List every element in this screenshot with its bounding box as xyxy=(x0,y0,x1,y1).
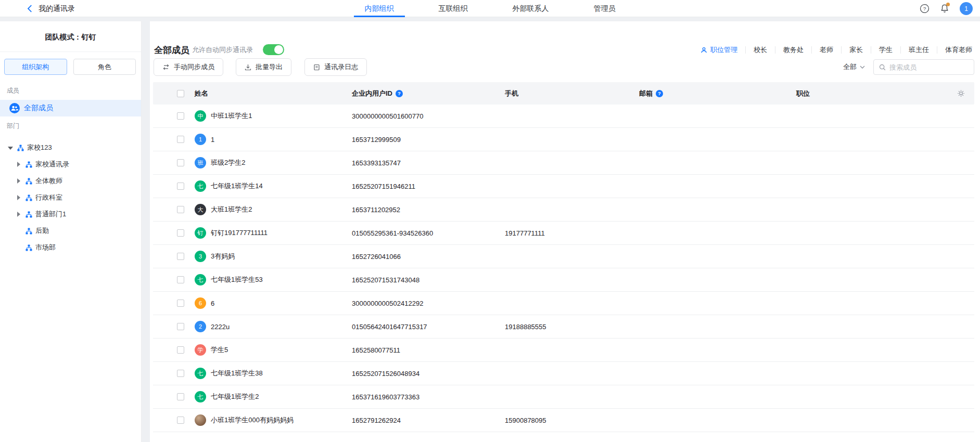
table-row[interactable]: 2 2222u 01505642401647715317 19188885555 xyxy=(153,315,974,339)
table-row[interactable]: 大 大班1班学生2 1653711202952 xyxy=(153,198,974,222)
tree-expand-arrow-icon[interactable] xyxy=(16,178,21,184)
notification-bell-icon[interactable] xyxy=(940,4,949,14)
row-checkbox[interactable] xyxy=(177,112,184,120)
top-tab[interactable]: 外部联系人 xyxy=(512,0,550,17)
department-label: 普通部门1 xyxy=(35,210,66,219)
member-avatar: 学 xyxy=(195,344,206,356)
row-checkbox[interactable] xyxy=(177,159,184,166)
table-row[interactable]: 中 中班1班学生1 3000000000501600770 xyxy=(153,105,974,128)
all-members-label: 全部成员 xyxy=(24,103,53,113)
table-row[interactable]: 班 班级2学生2 1653393135747 xyxy=(153,151,974,175)
member-avatar: 班 xyxy=(195,157,206,168)
position-tag[interactable]: 老师 xyxy=(811,46,841,54)
tree-expand-arrow-icon[interactable] xyxy=(16,195,21,200)
org-structure-button[interactable]: 组织架构 xyxy=(4,59,67,75)
table-row[interactable]: 七 七年级1班学生2 165371619603773363 xyxy=(153,385,974,409)
contact-log-button[interactable]: 通讯录日志 xyxy=(304,58,367,76)
row-checkbox[interactable] xyxy=(177,300,184,307)
row-checkbox[interactable] xyxy=(177,346,184,354)
member-phone: 19177771111 xyxy=(505,222,545,244)
tab-label: 管理员 xyxy=(594,4,616,14)
tree-expand-arrow-icon[interactable] xyxy=(16,245,21,250)
department-icon xyxy=(26,244,32,251)
member-avatar: 2 xyxy=(195,321,206,332)
position-tag[interactable]: 体育老师 xyxy=(937,46,980,54)
row-checkbox[interactable] xyxy=(177,417,184,424)
roles-button[interactable]: 角色 xyxy=(73,59,136,75)
position-tag[interactable]: 班主任 xyxy=(900,46,937,54)
member-name: 七年级1班学生53 xyxy=(211,275,263,284)
row-checkbox[interactable] xyxy=(177,183,184,190)
department-tree-item[interactable]: 家校通讯录 xyxy=(0,156,141,173)
top-tab[interactable]: 互联组织 xyxy=(438,0,469,17)
top-bar: 我的通讯录 内部组织互联组织外部联系人管理员 ? 1 xyxy=(0,0,980,17)
member-phone: 19188885555 xyxy=(505,315,546,338)
section-title: 全部成员 xyxy=(154,44,189,56)
column-phone: 手机 xyxy=(505,82,518,105)
position-tag-label: 体育老师 xyxy=(945,46,972,54)
member-avatar: 大 xyxy=(195,204,206,215)
column-settings-gear-icon[interactable] xyxy=(957,82,965,105)
table-row[interactable]: 学 学生5 1652580077511 xyxy=(153,339,974,362)
department-tree-item[interactable]: 家校123 xyxy=(0,139,141,156)
search-input[interactable] xyxy=(889,63,968,71)
row-checkbox[interactable] xyxy=(177,323,184,330)
member-phone: 15900878095 xyxy=(505,409,546,432)
position-tag[interactable]: 学生 xyxy=(871,46,900,54)
row-checkbox[interactable] xyxy=(177,393,184,400)
table-row[interactable]: 3 3有妈妈 1652726041066 xyxy=(153,245,974,268)
position-manage-label: 职位管理 xyxy=(710,45,737,55)
tree-expand-arrow-icon[interactable] xyxy=(16,212,21,217)
row-checkbox[interactable] xyxy=(177,136,184,143)
member-name: 钉钉191777711111 xyxy=(211,228,268,238)
help-icon[interactable]: ? xyxy=(920,4,930,14)
email-help-icon[interactable]: ? xyxy=(656,90,663,97)
position-tag[interactable]: 教务处 xyxy=(775,46,811,54)
user-avatar[interactable]: 1 xyxy=(960,2,973,15)
top-tab[interactable]: 内部组织 xyxy=(364,0,395,17)
svg-text:?: ? xyxy=(658,90,661,96)
auto-sync-toggle[interactable] xyxy=(263,44,284,55)
table-row[interactable]: 七 七年级1班学生38 165252071526048934 xyxy=(153,362,974,385)
sidebar-item-all-members[interactable]: 全部成员 xyxy=(0,100,141,116)
table-row[interactable]: 小班1班学生000有妈妈妈妈 1652791262924 15900878095 xyxy=(153,409,974,432)
top-tab[interactable]: 管理员 xyxy=(593,0,617,17)
position-manage-link[interactable]: 职位管理 xyxy=(701,45,745,55)
row-checkbox[interactable] xyxy=(177,276,184,283)
filter-dropdown[interactable]: 全部 xyxy=(843,58,865,76)
department-tree-item[interactable]: 市场部 xyxy=(0,239,141,256)
table-row[interactable]: 1 1 1653712999509 xyxy=(153,128,974,151)
department-tree-item[interactable]: 全体教师 xyxy=(0,173,141,189)
manual-sync-button[interactable]: 手动同步成员 xyxy=(154,58,223,76)
batch-export-button[interactable]: 批量导出 xyxy=(236,58,291,76)
column-position: 职位 xyxy=(796,82,810,105)
table-row[interactable]: 6 6 3000000000502412292 xyxy=(153,292,974,315)
department-label: 行政科室 xyxy=(35,193,62,202)
tree-expand-arrow-icon[interactable] xyxy=(16,162,21,167)
tree-expand-arrow-icon[interactable] xyxy=(8,145,13,150)
row-checkbox[interactable] xyxy=(177,206,184,213)
page-title: 我的通讯录 xyxy=(39,4,75,14)
table-row[interactable]: 七 七年级1班学生53 165252071531743048 xyxy=(153,268,974,292)
position-tag[interactable]: 校长 xyxy=(745,46,775,54)
member-user-id: 1652580077511 xyxy=(352,339,400,361)
table-row[interactable]: 七 七年级1班学生14 16525207151946211 xyxy=(153,175,974,198)
department-tree-item[interactable]: 行政科室 xyxy=(0,189,141,206)
department-tree-item[interactable]: 普通部门1 xyxy=(0,206,141,223)
table-row[interactable]: 钉 钉钉191777711111 015055295361-934526360 … xyxy=(153,222,974,245)
column-user-id: 企业内用户ID ? xyxy=(352,82,403,105)
member-avatar: 1 xyxy=(195,134,206,145)
back-button[interactable]: 我的通讯录 xyxy=(27,0,75,17)
department-tree-item[interactable]: 后勤 xyxy=(0,223,141,239)
position-tag[interactable]: 家长 xyxy=(841,46,871,54)
member-name: 小班1班学生000有妈妈妈妈 xyxy=(211,415,294,425)
row-checkbox[interactable] xyxy=(177,370,184,377)
column-email: 邮箱 ? xyxy=(639,82,663,105)
user-id-help-icon[interactable]: ? xyxy=(396,90,403,97)
position-tag-label: 教务处 xyxy=(783,46,804,54)
row-checkbox[interactable] xyxy=(177,229,184,237)
select-all-checkbox[interactable] xyxy=(177,90,184,97)
tree-expand-arrow-icon[interactable] xyxy=(16,228,21,233)
row-checkbox[interactable] xyxy=(177,253,184,260)
auto-sync-label: 允许自动同步通讯录 xyxy=(192,45,253,55)
